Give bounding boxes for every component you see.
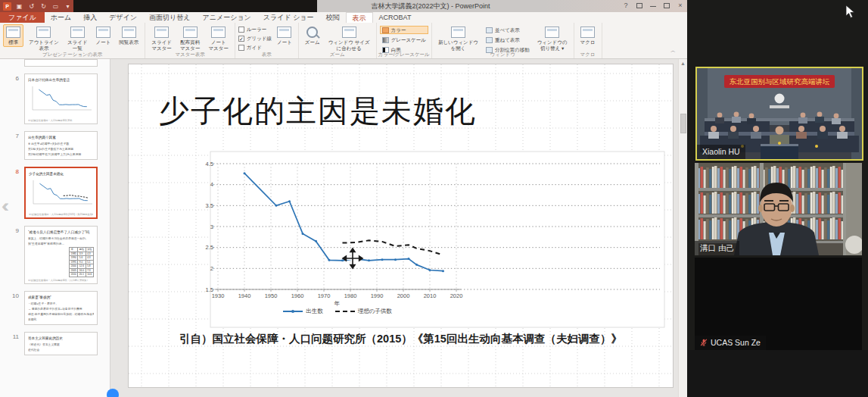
ribbon-group-label: プレゼンテーションの表示 bbox=[0, 51, 145, 58]
checkbox-グリッド線[interactable]: ✓グリッド線 bbox=[238, 35, 272, 42]
tab-校閲[interactable]: 校閲 bbox=[320, 12, 346, 23]
macro-icon bbox=[580, 27, 595, 38]
ribbon-button-並べて表示[interactable]: 並べて表示 bbox=[484, 26, 532, 34]
ribbon-display-options-icon[interactable] bbox=[633, 0, 646, 12]
reading-view-icon bbox=[122, 27, 136, 38]
svg-text:1960: 1960 bbox=[291, 292, 304, 299]
ribbon-button-ウィンドウの-切り替え-▾[interactable]: ウィンドウの 切り替え ▾ bbox=[534, 24, 571, 52]
restore-icon[interactable] bbox=[660, 0, 674, 12]
ribbon-button-label: 並べて表示 bbox=[495, 27, 520, 33]
undo-icon[interactable]: ↺ bbox=[27, 2, 36, 11]
scrollbar-thumb[interactable] bbox=[680, 114, 686, 133]
close-icon[interactable]: × bbox=[674, 0, 687, 12]
ribbon-group-label: ウィンドウ bbox=[432, 51, 574, 58]
slide-thumbnail-11[interactable]: 资本主义和家庭的历史《前近代》资本主义家庭近代社会 bbox=[24, 332, 98, 355]
ribbon-button-label: 新しいウィンドウ を開く bbox=[438, 39, 478, 51]
quick-access-toolbar: P ▣ ↺ ↻ ▭ ▾ bbox=[0, 0, 73, 12]
tab-デザイン[interactable]: デザイン bbox=[103, 12, 143, 23]
new-window-icon bbox=[451, 27, 465, 38]
fit-to-window-icon bbox=[342, 27, 356, 38]
video-speaker[interactable]: 溝口 由己 bbox=[695, 163, 862, 255]
ribbon-button-新しいウィンドウ-を開く[interactable]: 新しいウィンドウ を開く bbox=[435, 24, 481, 52]
tab-画面切り替え[interactable]: 画面切り替え bbox=[143, 12, 196, 23]
checkbox-ルーラー[interactable]: ルーラー bbox=[238, 26, 272, 33]
slide-thumbnail-row: 8少子化的主因是未婚化引自)国立社会保障・人口问题研究所(2015)《第15回出… bbox=[0, 167, 110, 219]
video-muted[interactable]: UCAS Sun Ze bbox=[695, 258, 862, 350]
slide-canvas[interactable]: 1.522.533.544.51930194019501960197019801… bbox=[129, 64, 673, 387]
slide-title[interactable]: 少子化的主因是未婚化 bbox=[159, 90, 477, 132]
slide-editing-area: 1.522.533.544.51930194019501960197019801… bbox=[110, 59, 678, 397]
slide-number: 11 bbox=[0, 332, 24, 355]
scroll-up-icon[interactable]: ▲ bbox=[679, 59, 687, 68]
sidebar-chevron-artifact: ‹‹ bbox=[2, 193, 15, 219]
slide-thumbnail-7[interactable]: 出生率的两个因素※ 出生率=结婚率×夫妇的生子数第1期:夫妇的生子数低下为主要原… bbox=[24, 131, 98, 160]
ribbon-button-重ねて表示[interactable]: 重ねて表示 bbox=[484, 36, 532, 44]
sw-cascade-icon bbox=[486, 37, 493, 43]
tab-file[interactable]: ファイル bbox=[0, 12, 45, 23]
normal-view-icon bbox=[6, 27, 20, 38]
switch-window-icon bbox=[545, 27, 559, 38]
ribbon-button-マクロ[interactable]: マクロ bbox=[577, 24, 599, 47]
ribbon-button-アウトライン-表示[interactable]: アウトライン 表示 bbox=[26, 24, 62, 52]
ribbon-button-label: アウトライン 表示 bbox=[29, 39, 59, 51]
thumbnail-text-line: ・结婚=生子・养孩子, bbox=[28, 302, 94, 305]
slide-thumbnail-9[interactable]: “难道今后人们将忍受不了人口减少了”吗事实上，结婚的需求与社会形态是连在一起的,… bbox=[24, 226, 98, 284]
slide-citation[interactable]: 引自）国立社会保障・人口问题研究所（2015）《第15回出生动向基本调查（夫妇调… bbox=[129, 332, 673, 346]
checkbox-icon: ✓ bbox=[238, 36, 244, 42]
ribbon-group-label: カラー/グレースケール bbox=[377, 51, 431, 58]
tab-ホーム[interactable]: ホーム bbox=[45, 12, 77, 23]
svg-text:1940: 1940 bbox=[238, 292, 251, 299]
slide-thumbnail-10[interactable]: 成家是“奢侈的”・结婚=生子・养孩子,→ 需要的是养孩子的资本+培育孩子的费用现… bbox=[24, 291, 98, 325]
redo-icon[interactable]: ↻ bbox=[39, 2, 48, 11]
tab-スライド-ショー[interactable]: スライド ショー bbox=[257, 12, 320, 23]
help-icon[interactable]: ? bbox=[619, 0, 633, 12]
mini-chart bbox=[28, 84, 94, 114]
partial-slide-5[interactable] bbox=[0, 59, 110, 67]
legend-label: 理想の子供数 bbox=[358, 308, 392, 315]
vertical-scrollbar[interactable]: ▲ bbox=[678, 59, 687, 397]
mic-off-icon bbox=[700, 339, 708, 346]
ribbon-button-label: スライド 一覧 bbox=[67, 39, 88, 51]
ribbon-button-ズーム[interactable]: ズーム bbox=[302, 24, 323, 47]
slide-thumbnail-row: 7出生率的两个因素※ 出生率=结婚率×夫妇的生子数第1期:夫妇的生子数低下为主要… bbox=[0, 131, 110, 160]
ribbon-button-グレースケール[interactable]: グレースケール bbox=[380, 36, 428, 44]
ribbon-button-配布資料-マスター[interactable]: 配布資料 マスター bbox=[177, 24, 203, 52]
thumbnail-text-line: 《前近代》资本主义家庭 bbox=[28, 342, 94, 346]
minimize-icon[interactable] bbox=[646, 0, 660, 12]
slide-master-icon bbox=[154, 27, 169, 38]
ribbon-button-label: 重ねて表示 bbox=[495, 36, 520, 43]
ribbon-button-ノート[interactable]: ノート bbox=[93, 24, 114, 47]
collapse-ribbon-icon[interactable]: ︿ bbox=[670, 47, 676, 55]
tab-挿入[interactable]: 挿入 bbox=[77, 12, 103, 23]
ribbon-button-ノート-マスター[interactable]: ノート マスター bbox=[205, 24, 231, 52]
slide-thumbnail-6[interactable]: 日本合计特殊出生率的变迁引自)国立社会保障・人口问题研究所资料 bbox=[24, 73, 98, 124]
legend-item-理想の子供数: 理想の子供数 bbox=[335, 308, 392, 315]
ribbon-button-スライド-マスター[interactable]: スライド マスター bbox=[148, 24, 175, 52]
ribbon-button-ノート[interactable]: ノート bbox=[274, 24, 295, 47]
video-room[interactable]: 东北亚国别与区域研究高端讲坛 bbox=[695, 67, 863, 161]
save-icon[interactable]: ▣ bbox=[15, 2, 23, 11]
ribbon-button-閲覧表示[interactable]: 閲覧表示 bbox=[116, 24, 142, 47]
slide-sorter-icon bbox=[70, 27, 85, 38]
svg-text:2000: 2000 bbox=[397, 292, 410, 299]
svg-text:2010: 2010 bbox=[424, 292, 437, 299]
tab-ACROBAT[interactable]: ACROBAT bbox=[373, 12, 418, 23]
customize-qat-icon[interactable]: ▾ bbox=[64, 2, 72, 11]
start-presentation-icon[interactable]: ▭ bbox=[51, 2, 60, 11]
ribbon-button-label: ノート bbox=[277, 39, 292, 45]
ribbon-button-カラー[interactable]: カラー bbox=[380, 26, 428, 34]
mini-chart bbox=[29, 178, 95, 208]
tab-表示[interactable]: 表示 bbox=[346, 12, 373, 23]
ribbon-button-label: 閲覧表示 bbox=[119, 39, 138, 45]
title-bar-dark-patch bbox=[73, 0, 317, 12]
window-title: 吉林大学講義2(2022中文) - PowerPoint bbox=[317, 0, 544, 12]
sw-color-icon bbox=[382, 27, 389, 33]
thumbnail-title: 成家是“奢侈的” bbox=[28, 295, 94, 299]
ribbon-button-標準[interactable]: 標準 bbox=[3, 24, 23, 47]
ribbon-button-スライド-一覧[interactable]: スライド 一覧 bbox=[64, 24, 91, 52]
slide-thumbnail-8[interactable]: 少子化的主因是未婚化引自)国立社会保障・人口问题研究所(2015)《第15回出生… bbox=[24, 167, 98, 219]
ribbon-button-ウィンドウ-サイズ-に合わせる[interactable]: ウィンドウ サイズ に合わせる bbox=[325, 24, 373, 52]
slide-number: 9 bbox=[0, 226, 24, 284]
move-cursor bbox=[341, 247, 364, 270]
tab-アニメーション[interactable]: アニメーション bbox=[197, 12, 257, 23]
